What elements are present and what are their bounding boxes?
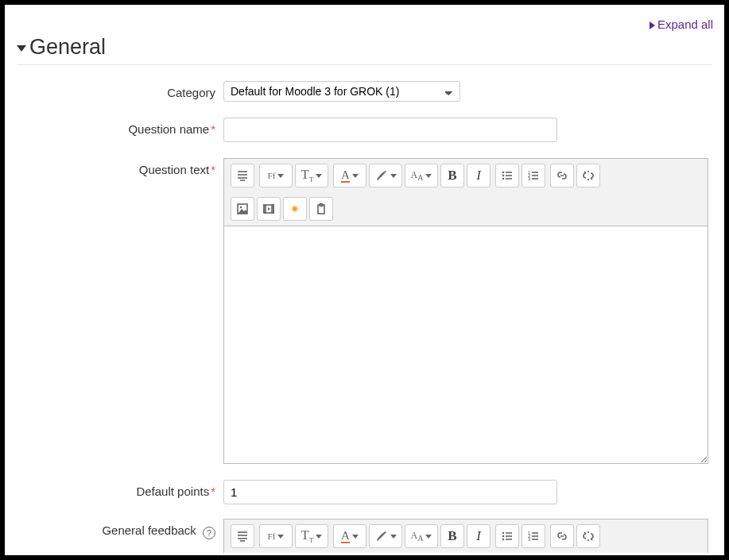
toolbar-rows-icon bbox=[236, 530, 249, 543]
svg-text:3: 3 bbox=[528, 537, 531, 542]
clipboard-button[interactable] bbox=[309, 197, 333, 221]
font-size-button[interactable]: TT bbox=[295, 164, 328, 187]
font-family-button[interactable]: Ff bbox=[259, 164, 293, 187]
bold-icon: B bbox=[448, 168, 456, 183]
svg-point-6 bbox=[502, 175, 505, 177]
font-color-button[interactable]: A bbox=[333, 524, 366, 548]
toolbar-toggle-button[interactable] bbox=[231, 524, 254, 548]
caret-down-icon bbox=[425, 535, 432, 539]
bold-icon: B bbox=[448, 528, 456, 544]
svg-text:3: 3 bbox=[528, 176, 531, 181]
editor-toolbar: Ff TT A AA B I 123 bbox=[223, 519, 708, 553]
video-button[interactable] bbox=[257, 197, 281, 221]
font-family-icon: Ff bbox=[268, 531, 276, 541]
bullet-list-icon bbox=[501, 169, 514, 182]
category-label: Category bbox=[17, 81, 223, 99]
caret-down-icon bbox=[425, 174, 432, 178]
number-list-button[interactable]: 123 bbox=[522, 164, 545, 187]
caret-down-icon bbox=[352, 174, 359, 178]
svg-point-17 bbox=[240, 207, 242, 209]
subscript-button[interactable]: AA bbox=[405, 524, 438, 548]
subsup-icon: AA bbox=[411, 169, 424, 182]
italic-icon: I bbox=[476, 528, 481, 544]
highlight-button[interactable] bbox=[369, 164, 402, 187]
bullet-list-icon bbox=[501, 530, 514, 543]
bullet-list-button[interactable] bbox=[495, 524, 519, 548]
unlink-icon bbox=[582, 169, 595, 182]
number-list-button[interactable]: 123 bbox=[522, 524, 545, 548]
caret-down-icon bbox=[316, 535, 322, 539]
unlink-button[interactable] bbox=[576, 524, 600, 548]
question-name-input[interactable] bbox=[223, 118, 557, 142]
font-size-button[interactable]: TT bbox=[295, 524, 328, 548]
burst-icon: ✷ bbox=[290, 203, 300, 215]
required-marker: * bbox=[211, 163, 215, 176]
subsup-icon: AA bbox=[411, 530, 424, 543]
film-icon bbox=[262, 203, 275, 215]
brush-icon bbox=[375, 169, 388, 182]
default-points-label: Default points* bbox=[17, 480, 223, 498]
svg-point-27 bbox=[502, 532, 505, 535]
highlight-button[interactable] bbox=[369, 524, 402, 548]
link-button[interactable] bbox=[550, 164, 574, 187]
link-icon bbox=[556, 530, 568, 543]
required-marker: * bbox=[211, 485, 215, 498]
bold-button[interactable]: B bbox=[440, 164, 464, 187]
svg-point-8 bbox=[502, 178, 505, 180]
editor-toolbar: Ff TT A AA B I 123 bbox=[223, 158, 708, 226]
svg-point-4 bbox=[502, 172, 505, 174]
font-family-button[interactable]: Ff bbox=[259, 524, 293, 548]
manage-files-button[interactable]: ✷ bbox=[283, 197, 307, 221]
expand-all-label: Expand all bbox=[657, 17, 713, 31]
section-general-header[interactable]: General bbox=[17, 35, 712, 65]
font-family-icon: Ff bbox=[268, 171, 276, 180]
unlink-icon bbox=[582, 530, 595, 543]
svg-rect-19 bbox=[264, 205, 266, 213]
caret-down-icon bbox=[277, 535, 284, 539]
expand-all-link[interactable]: Expand all bbox=[650, 17, 713, 31]
svg-rect-20 bbox=[272, 205, 273, 213]
number-list-icon: 123 bbox=[527, 169, 540, 182]
font-size-icon: TT bbox=[301, 167, 314, 183]
font-color-icon: A bbox=[341, 529, 350, 543]
font-color-button[interactable]: A bbox=[333, 164, 366, 187]
bold-button[interactable]: B bbox=[440, 524, 464, 548]
caret-down-icon bbox=[17, 45, 26, 52]
question-name-label: Question name* bbox=[17, 118, 223, 136]
font-color-icon: A bbox=[341, 168, 350, 183]
link-icon bbox=[556, 169, 568, 182]
category-select[interactable]: Default for Moodle 3 for GROK (1) bbox=[223, 81, 460, 102]
general-feedback-editor: Ff TT A AA B I 123 bbox=[223, 519, 708, 553]
font-size-icon: TT bbox=[301, 527, 314, 544]
unlink-button[interactable] bbox=[576, 164, 600, 187]
image-button[interactable] bbox=[231, 197, 254, 221]
caret-down-icon bbox=[352, 535, 359, 539]
italic-button[interactable]: I bbox=[467, 524, 491, 548]
number-list-icon: 123 bbox=[527, 530, 540, 543]
required-marker: * bbox=[211, 122, 215, 136]
subscript-button[interactable]: AA bbox=[405, 164, 438, 187]
question-text-label: Question text* bbox=[17, 158, 223, 176]
question-text-editor: Ff TT A AA B I 123 bbox=[223, 158, 708, 464]
caret-down-icon bbox=[390, 174, 397, 178]
caret-down-icon bbox=[277, 174, 284, 178]
image-icon bbox=[236, 203, 249, 215]
link-button[interactable] bbox=[550, 524, 574, 548]
svg-point-31 bbox=[502, 539, 505, 541]
section-title-label: General bbox=[29, 35, 106, 59]
toolbar-toggle-button[interactable] bbox=[231, 164, 254, 187]
clipboard-icon bbox=[315, 203, 328, 215]
bullet-list-button[interactable] bbox=[495, 164, 519, 187]
caret-down-icon bbox=[316, 174, 322, 178]
question-text-textarea[interactable] bbox=[223, 226, 708, 464]
caret-right-icon bbox=[650, 21, 655, 29]
general-feedback-label: General feedback ? bbox=[17, 519, 223, 539]
brush-icon bbox=[375, 530, 388, 543]
help-icon[interactable]: ? bbox=[203, 527, 215, 539]
italic-button[interactable]: I bbox=[467, 164, 491, 187]
default-points-input[interactable] bbox=[223, 480, 557, 504]
caret-down-icon bbox=[390, 535, 397, 539]
toolbar-rows-icon bbox=[236, 169, 249, 182]
svg-point-29 bbox=[502, 535, 505, 538]
italic-icon: I bbox=[476, 168, 481, 183]
